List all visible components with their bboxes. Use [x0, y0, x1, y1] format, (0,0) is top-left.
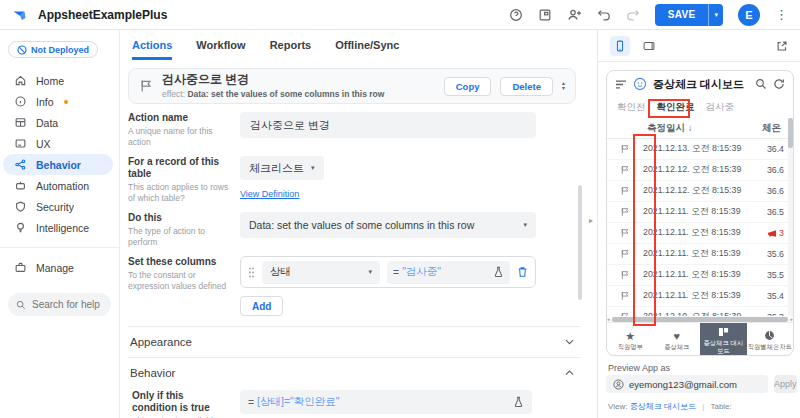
column-select[interactable]: 상태 ▾	[262, 261, 380, 284]
copy-button[interactable]: Copy	[444, 77, 492, 96]
condition-row: Only if this condition is true This acti…	[128, 390, 576, 418]
set-columns-label: Set these columns To the constant or exp…	[128, 256, 240, 316]
table-row[interactable]: 2021.12.10. 오전 8:15:39 36.3	[607, 307, 793, 316]
table-row[interactable]: 2021.12.11. 오전 8:15:39 35.4	[607, 286, 793, 307]
sidebar-item-home[interactable]: Home	[0, 70, 119, 91]
tab-reports[interactable]: Reports	[270, 30, 312, 60]
preview-horizontal-scrollbar[interactable]: ◂ ▸	[607, 316, 793, 323]
open-in-new-icon[interactable]	[776, 40, 788, 52]
row-action-flag-icon[interactable]	[620, 270, 643, 280]
menu-icon[interactable]	[615, 79, 627, 90]
help-icon[interactable]	[509, 8, 523, 22]
help-search-input[interactable]	[32, 299, 103, 310]
table-row[interactable]: 2021.12.12. 오전 8:15:39 36.6	[607, 160, 793, 181]
row-action-flag-icon[interactable]	[620, 228, 643, 238]
preview-tab-0[interactable]: 확인전	[617, 101, 646, 114]
action-header-card: 검사중으로 변경 effect: Data: set the values of…	[128, 68, 576, 104]
section-appearance[interactable]: Appearance	[128, 326, 580, 357]
table-row[interactable]: 2021.12.11. 오전 8:15:39 36.5	[607, 202, 793, 223]
nav-item-temp-chart[interactable]: 직원별체온차트	[747, 323, 794, 356]
appsheet-logo-icon[interactable]	[12, 7, 28, 23]
table-row[interactable]: 2021.12.12. 오전 8:15:39 36.6	[607, 181, 793, 202]
user-circle-icon	[613, 379, 624, 390]
panel-collapse-arrow[interactable]: ▸	[589, 216, 593, 225]
action-name-input[interactable]	[240, 112, 536, 138]
sidebar-item-data[interactable]: Data	[0, 112, 119, 133]
preview-email-field[interactable]	[606, 375, 768, 393]
sidebar-item-automation[interactable]: Automation	[0, 175, 119, 196]
sidebar-item-manage[interactable]: Manage	[0, 257, 119, 278]
table-row[interactable]: 2021.12.13. 오전 8:15:39 36.4	[607, 139, 793, 160]
chevron-up-icon	[565, 370, 574, 376]
sidebar-item-ux[interactable]: UX	[0, 133, 119, 154]
phone-preview-button[interactable]	[610, 36, 630, 56]
row-action-flag-icon[interactable]	[620, 312, 643, 316]
row-action-flag-icon[interactable]	[620, 186, 643, 196]
row-action-flag-icon[interactable]	[620, 291, 643, 301]
nav-item-symptom-dashboard[interactable]: 증상체크 대시보드	[700, 323, 747, 356]
preview-email-input[interactable]	[629, 379, 761, 390]
scrollbar-thumb[interactable]	[788, 118, 793, 148]
not-deployed-badge[interactable]: Not Deployed	[8, 41, 98, 58]
table-row[interactable]: 2021.12.11. 오전 8:15:39 3	[607, 223, 793, 244]
redo-icon[interactable]	[626, 8, 640, 21]
row-action-flag-icon[interactable]	[620, 144, 643, 154]
sidebar-item-intelligence[interactable]: Intelligence	[0, 217, 119, 238]
app-title: AppsheetExamplePlus	[38, 8, 167, 22]
apply-button[interactable]: Apply	[774, 375, 797, 393]
main-scrollbar[interactable]	[578, 185, 582, 300]
date-column-header[interactable]: 측정일시 ↓	[647, 122, 692, 135]
view-link[interactable]: 증상체크 대시보드	[630, 402, 696, 411]
scroll-right-arrow[interactable]: ▸	[790, 316, 793, 322]
preview-footer: View: 증상체크 대시보드 | Table:	[608, 401, 732, 412]
table-row[interactable]: 2021.12.11. 오전 8:15:39 35.5	[607, 265, 793, 286]
undo-icon[interactable]	[597, 8, 611, 21]
tablet-preview-button[interactable]	[639, 36, 659, 56]
reorder-action-control[interactable]: ▴▾	[562, 81, 565, 92]
preview-vertical-scrollbar[interactable]	[788, 118, 793, 316]
expression-editor-icon[interactable]	[513, 396, 524, 408]
search-icon[interactable]	[755, 78, 767, 90]
scrollbar-thumb[interactable]	[612, 317, 789, 322]
megaphone-alert-icon	[767, 229, 777, 238]
expression-editor-icon[interactable]	[493, 266, 504, 278]
do-this-select[interactable]: Data: set the values of some columns in …	[240, 212, 536, 238]
app-logo-avatar	[633, 77, 647, 91]
row-action-flag-icon[interactable]	[620, 165, 643, 175]
app-preview-card: 증상체크 대시보드 확인전 확인완료 검사중 측정일시 ↓ 체온	[606, 70, 794, 356]
row-action-flag-icon[interactable]	[620, 207, 643, 217]
whats-new-icon[interactable]	[538, 8, 552, 22]
scroll-left-arrow[interactable]: ◂	[607, 316, 610, 322]
nav-item-staff-list[interactable]: ★ 직원명부	[607, 323, 654, 356]
drag-handle[interactable]	[248, 266, 255, 279]
save-button[interactable]: SAVE	[655, 4, 709, 26]
sync-icon[interactable]	[773, 78, 785, 90]
preview-tab-1[interactable]: 확인완료	[657, 101, 695, 114]
column-assignment-box: 상태 ▾ = "검사중"	[240, 256, 536, 288]
sidebar-item-info[interactable]: Info	[0, 91, 119, 112]
action-editor: 검사중으로 변경 effect: Data: set the values of…	[120, 60, 584, 418]
avatar[interactable]: E	[738, 4, 760, 26]
table-row[interactable]: 2021.12.11. 오전 8:15:39 35.6	[607, 244, 793, 265]
invite-user-icon[interactable]	[567, 8, 582, 22]
delete-column-icon[interactable]	[517, 266, 528, 278]
delete-button[interactable]: Delete	[500, 77, 553, 96]
section-behavior[interactable]: Behavior	[128, 357, 580, 388]
add-column-button[interactable]: Add	[240, 296, 283, 316]
tab-workflow[interactable]: Workflow	[196, 30, 245, 60]
more-menu-icon[interactable]: ⋮	[775, 7, 788, 22]
condition-expression-field[interactable]: = [상태]="확인완료"	[240, 390, 532, 414]
tab-actions[interactable]: Actions	[132, 30, 172, 60]
column-expression-field[interactable]: = "검사중"	[387, 261, 510, 284]
temp-column-header[interactable]: 체온	[762, 122, 781, 135]
sidebar-item-security[interactable]: Security	[0, 196, 119, 217]
row-action-flag-icon[interactable]	[620, 249, 643, 259]
save-dropdown-button[interactable]: ▾	[708, 4, 723, 26]
nav-item-symptom-check[interactable]: ♥ 증상체크	[654, 323, 701, 356]
sidebar-item-behavior[interactable]: Behavior	[3, 154, 113, 175]
view-definition-link[interactable]: View Definition	[240, 189, 299, 199]
preview-tab-2[interactable]: 검사중	[706, 101, 735, 114]
table-select[interactable]: 체크리스트 ▾	[240, 156, 324, 180]
record-table-row: For a record of this table This action a…	[128, 156, 576, 204]
tab-offline-sync[interactable]: Offline/Sync	[335, 30, 399, 60]
